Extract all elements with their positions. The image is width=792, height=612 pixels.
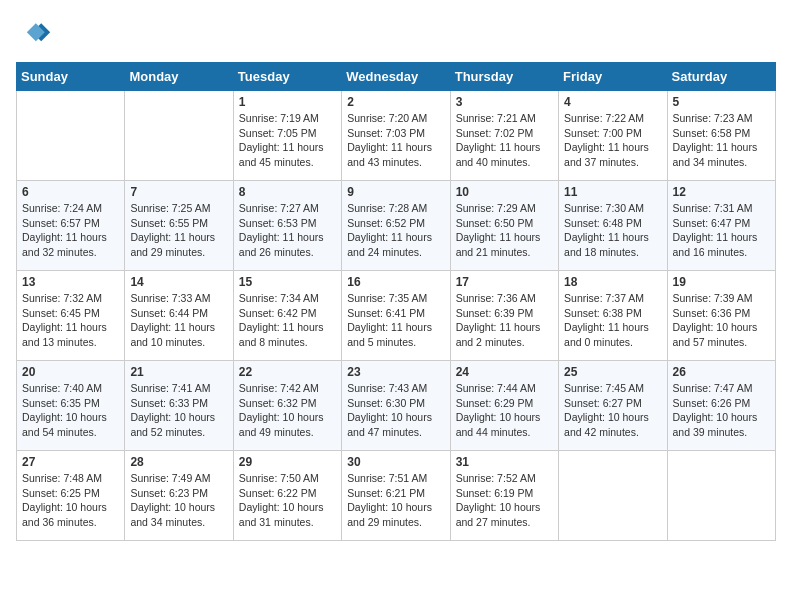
day-number: 23 [347, 365, 444, 379]
calendar-cell: 7Sunrise: 7:25 AM Sunset: 6:55 PM Daylig… [125, 181, 233, 271]
cell-content: Sunrise: 7:33 AM Sunset: 6:44 PM Dayligh… [130, 291, 227, 350]
cell-content: Sunrise: 7:34 AM Sunset: 6:42 PM Dayligh… [239, 291, 336, 350]
day-number: 4 [564, 95, 661, 109]
calendar-cell: 12Sunrise: 7:31 AM Sunset: 6:47 PM Dayli… [667, 181, 775, 271]
calendar-cell: 17Sunrise: 7:36 AM Sunset: 6:39 PM Dayli… [450, 271, 558, 361]
calendar-cell: 20Sunrise: 7:40 AM Sunset: 6:35 PM Dayli… [17, 361, 125, 451]
day-number: 26 [673, 365, 770, 379]
cell-content: Sunrise: 7:36 AM Sunset: 6:39 PM Dayligh… [456, 291, 553, 350]
calendar-cell: 6Sunrise: 7:24 AM Sunset: 6:57 PM Daylig… [17, 181, 125, 271]
calendar-cell: 22Sunrise: 7:42 AM Sunset: 6:32 PM Dayli… [233, 361, 341, 451]
logo-icon [16, 16, 52, 52]
cell-content: Sunrise: 7:43 AM Sunset: 6:30 PM Dayligh… [347, 381, 444, 440]
cell-content: Sunrise: 7:32 AM Sunset: 6:45 PM Dayligh… [22, 291, 119, 350]
calendar-cell [125, 91, 233, 181]
day-number: 14 [130, 275, 227, 289]
calendar-cell [667, 451, 775, 541]
day-number: 6 [22, 185, 119, 199]
day-number: 5 [673, 95, 770, 109]
calendar-cell: 3Sunrise: 7:21 AM Sunset: 7:02 PM Daylig… [450, 91, 558, 181]
calendar-cell [559, 451, 667, 541]
day-of-week-header: Friday [559, 63, 667, 91]
cell-content: Sunrise: 7:39 AM Sunset: 6:36 PM Dayligh… [673, 291, 770, 350]
cell-content: Sunrise: 7:28 AM Sunset: 6:52 PM Dayligh… [347, 201, 444, 260]
day-number: 30 [347, 455, 444, 469]
calendar-cell: 29Sunrise: 7:50 AM Sunset: 6:22 PM Dayli… [233, 451, 341, 541]
day-number: 21 [130, 365, 227, 379]
calendar-cell: 14Sunrise: 7:33 AM Sunset: 6:44 PM Dayli… [125, 271, 233, 361]
calendar-cell: 1Sunrise: 7:19 AM Sunset: 7:05 PM Daylig… [233, 91, 341, 181]
cell-content: Sunrise: 7:29 AM Sunset: 6:50 PM Dayligh… [456, 201, 553, 260]
cell-content: Sunrise: 7:22 AM Sunset: 7:00 PM Dayligh… [564, 111, 661, 170]
calendar-cell: 8Sunrise: 7:27 AM Sunset: 6:53 PM Daylig… [233, 181, 341, 271]
cell-content: Sunrise: 7:30 AM Sunset: 6:48 PM Dayligh… [564, 201, 661, 260]
calendar-cell: 21Sunrise: 7:41 AM Sunset: 6:33 PM Dayli… [125, 361, 233, 451]
days-header-row: SundayMondayTuesdayWednesdayThursdayFrid… [17, 63, 776, 91]
day-number: 28 [130, 455, 227, 469]
day-number: 16 [347, 275, 444, 289]
cell-content: Sunrise: 7:35 AM Sunset: 6:41 PM Dayligh… [347, 291, 444, 350]
day-number: 12 [673, 185, 770, 199]
calendar-week-row: 13Sunrise: 7:32 AM Sunset: 6:45 PM Dayli… [17, 271, 776, 361]
calendar-cell: 25Sunrise: 7:45 AM Sunset: 6:27 PM Dayli… [559, 361, 667, 451]
cell-content: Sunrise: 7:24 AM Sunset: 6:57 PM Dayligh… [22, 201, 119, 260]
calendar-cell: 11Sunrise: 7:30 AM Sunset: 6:48 PM Dayli… [559, 181, 667, 271]
day-number: 10 [456, 185, 553, 199]
cell-content: Sunrise: 7:47 AM Sunset: 6:26 PM Dayligh… [673, 381, 770, 440]
day-number: 24 [456, 365, 553, 379]
cell-content: Sunrise: 7:49 AM Sunset: 6:23 PM Dayligh… [130, 471, 227, 530]
calendar-cell: 27Sunrise: 7:48 AM Sunset: 6:25 PM Dayli… [17, 451, 125, 541]
day-number: 11 [564, 185, 661, 199]
calendar-cell: 15Sunrise: 7:34 AM Sunset: 6:42 PM Dayli… [233, 271, 341, 361]
day-number: 13 [22, 275, 119, 289]
calendar-week-row: 27Sunrise: 7:48 AM Sunset: 6:25 PM Dayli… [17, 451, 776, 541]
cell-content: Sunrise: 7:21 AM Sunset: 7:02 PM Dayligh… [456, 111, 553, 170]
calendar-week-row: 6Sunrise: 7:24 AM Sunset: 6:57 PM Daylig… [17, 181, 776, 271]
calendar-cell: 10Sunrise: 7:29 AM Sunset: 6:50 PM Dayli… [450, 181, 558, 271]
calendar-week-row: 1Sunrise: 7:19 AM Sunset: 7:05 PM Daylig… [17, 91, 776, 181]
calendar-cell: 23Sunrise: 7:43 AM Sunset: 6:30 PM Dayli… [342, 361, 450, 451]
day-of-week-header: Thursday [450, 63, 558, 91]
calendar-cell [17, 91, 125, 181]
logo [16, 16, 56, 52]
cell-content: Sunrise: 7:42 AM Sunset: 6:32 PM Dayligh… [239, 381, 336, 440]
day-of-week-header: Wednesday [342, 63, 450, 91]
calendar-cell: 9Sunrise: 7:28 AM Sunset: 6:52 PM Daylig… [342, 181, 450, 271]
day-number: 27 [22, 455, 119, 469]
day-of-week-header: Saturday [667, 63, 775, 91]
cell-content: Sunrise: 7:48 AM Sunset: 6:25 PM Dayligh… [22, 471, 119, 530]
day-number: 1 [239, 95, 336, 109]
day-number: 29 [239, 455, 336, 469]
day-of-week-header: Tuesday [233, 63, 341, 91]
cell-content: Sunrise: 7:25 AM Sunset: 6:55 PM Dayligh… [130, 201, 227, 260]
day-number: 18 [564, 275, 661, 289]
page-header [16, 16, 776, 52]
day-number: 7 [130, 185, 227, 199]
calendar-cell: 26Sunrise: 7:47 AM Sunset: 6:26 PM Dayli… [667, 361, 775, 451]
day-number: 15 [239, 275, 336, 289]
calendar-cell: 24Sunrise: 7:44 AM Sunset: 6:29 PM Dayli… [450, 361, 558, 451]
cell-content: Sunrise: 7:19 AM Sunset: 7:05 PM Dayligh… [239, 111, 336, 170]
cell-content: Sunrise: 7:23 AM Sunset: 6:58 PM Dayligh… [673, 111, 770, 170]
day-number: 2 [347, 95, 444, 109]
calendar-cell: 19Sunrise: 7:39 AM Sunset: 6:36 PM Dayli… [667, 271, 775, 361]
day-number: 25 [564, 365, 661, 379]
cell-content: Sunrise: 7:50 AM Sunset: 6:22 PM Dayligh… [239, 471, 336, 530]
calendar-table: SundayMondayTuesdayWednesdayThursdayFrid… [16, 62, 776, 541]
cell-content: Sunrise: 7:31 AM Sunset: 6:47 PM Dayligh… [673, 201, 770, 260]
cell-content: Sunrise: 7:40 AM Sunset: 6:35 PM Dayligh… [22, 381, 119, 440]
calendar-cell: 30Sunrise: 7:51 AM Sunset: 6:21 PM Dayli… [342, 451, 450, 541]
day-number: 17 [456, 275, 553, 289]
day-number: 9 [347, 185, 444, 199]
calendar-cell: 16Sunrise: 7:35 AM Sunset: 6:41 PM Dayli… [342, 271, 450, 361]
cell-content: Sunrise: 7:45 AM Sunset: 6:27 PM Dayligh… [564, 381, 661, 440]
cell-content: Sunrise: 7:51 AM Sunset: 6:21 PM Dayligh… [347, 471, 444, 530]
calendar-week-row: 20Sunrise: 7:40 AM Sunset: 6:35 PM Dayli… [17, 361, 776, 451]
calendar-cell: 18Sunrise: 7:37 AM Sunset: 6:38 PM Dayli… [559, 271, 667, 361]
calendar-cell: 4Sunrise: 7:22 AM Sunset: 7:00 PM Daylig… [559, 91, 667, 181]
calendar-cell: 2Sunrise: 7:20 AM Sunset: 7:03 PM Daylig… [342, 91, 450, 181]
cell-content: Sunrise: 7:20 AM Sunset: 7:03 PM Dayligh… [347, 111, 444, 170]
calendar-cell: 28Sunrise: 7:49 AM Sunset: 6:23 PM Dayli… [125, 451, 233, 541]
day-of-week-header: Monday [125, 63, 233, 91]
day-number: 22 [239, 365, 336, 379]
